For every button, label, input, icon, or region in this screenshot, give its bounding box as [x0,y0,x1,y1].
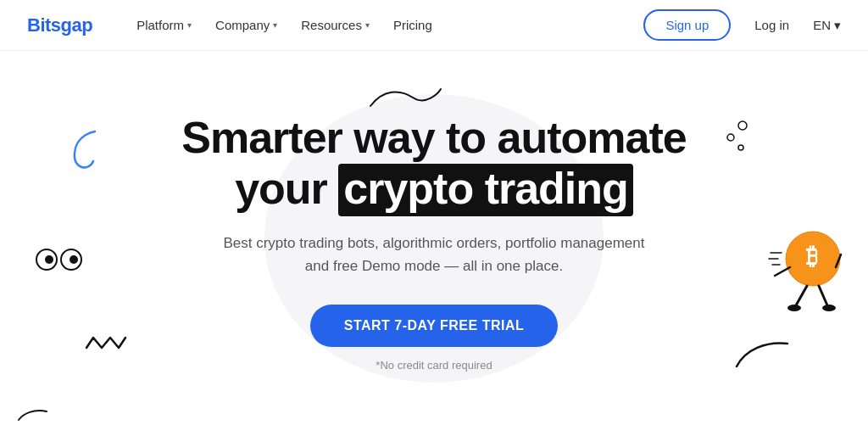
nav-item-resources[interactable]: Resources ▾ [291,11,380,39]
svg-text:₿: ₿ [806,243,818,270]
svg-point-5 [727,134,734,141]
nav-links: Platform ▾ Company ▾ Resources ▾ Pricing [126,11,643,39]
deco-zigzag [85,333,127,357]
hero-title-highlight: crypto trading [338,164,633,216]
hero-subtitle: Best crypto trading bots, algorithmic or… [222,232,646,277]
nav-item-pricing[interactable]: Pricing [383,11,442,39]
deco-eyes [36,246,82,277]
svg-line-14 [836,254,841,267]
chevron-down-icon: ▾ [834,18,841,33]
deco-circles [724,119,749,156]
hero-title-line2: your crypto trading [235,164,633,216]
nav-label-company: Company [215,18,270,32]
deco-swoosh-bottom-right [732,337,792,374]
chevron-down-icon: ▾ [187,20,192,30]
svg-point-2 [45,255,53,264]
svg-point-3 [70,255,78,264]
signup-button[interactable]: Sign up [643,9,731,41]
svg-line-9 [796,286,807,305]
trial-cta-button[interactable]: START 7-DAY FREE TRIAL [310,305,559,347]
svg-point-12 [822,305,836,311]
svg-point-6 [738,145,743,150]
nav-label-pricing: Pricing [393,18,432,32]
hero-section: ₿ Smarter way to automate [0,51,868,425]
navbar: Bitsgap Platform ▾ Company ▾ Resources ▾… [0,0,868,51]
no-credit-card-notice: *No credit card required [181,359,686,372]
deco-bottom-left-figure [17,396,51,425]
login-button[interactable]: Log in [741,11,803,39]
svg-point-4 [738,121,747,130]
lang-label: EN [813,18,831,32]
svg-line-13 [775,267,790,276]
hero-title-line1: Smarter way to automate [181,113,686,162]
logo-text: Bitsgap [27,14,92,36]
nav-label-resources: Resources [301,18,362,32]
chevron-down-icon: ▾ [273,20,277,30]
svg-point-0 [36,249,57,270]
svg-point-11 [787,305,801,311]
nav-label-platform: Platform [136,18,184,32]
deco-swirl [68,127,106,182]
logo[interactable]: Bitsgap [27,14,92,36]
nav-item-company[interactable]: Company ▾ [205,11,287,39]
hero-title-plain: your [235,164,338,213]
nav-actions: Sign up Log in EN ▾ [643,9,841,41]
svg-point-7 [786,232,840,286]
svg-point-1 [61,249,81,270]
chevron-down-icon: ▾ [365,20,370,30]
deco-bitcoin-character: ₿ [766,221,843,317]
hero-content: Smarter way to automate your crypto trad… [181,113,686,372]
svg-line-10 [819,286,827,305]
language-selector[interactable]: EN ▾ [813,18,841,33]
hero-title: Smarter way to automate your crypto trad… [181,113,686,215]
nav-item-platform[interactable]: Platform ▾ [126,11,202,39]
